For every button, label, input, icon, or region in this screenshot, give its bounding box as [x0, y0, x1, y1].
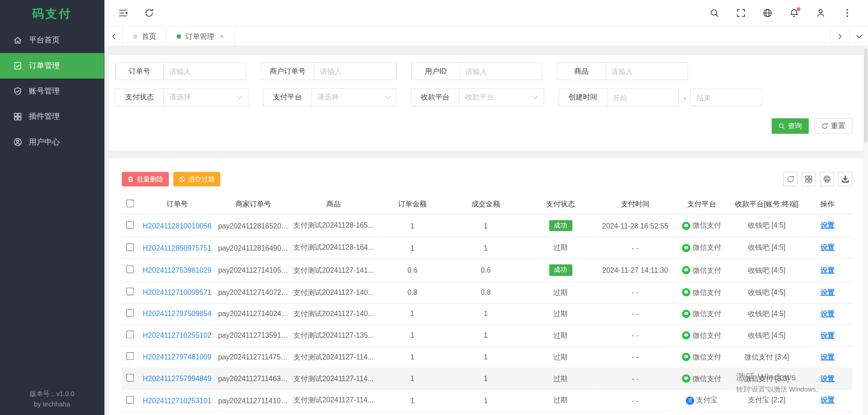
wechat-pay-icon	[682, 222, 690, 230]
sidebar-item-home[interactable]: 平台首页	[0, 28, 104, 53]
settings-link[interactable]: 设置	[821, 353, 835, 361]
language-globe-icon[interactable]	[762, 8, 773, 19]
user-profile-icon[interactable]	[815, 8, 826, 19]
pay-platform-select[interactable]: 请选择	[311, 89, 396, 106]
wechat-pay-icon	[682, 244, 690, 252]
notification-bell-icon[interactable]	[788, 8, 799, 19]
table-row[interactable]: H2024112810010056 pay2024112816520491...…	[122, 214, 852, 237]
tabs-menu-icon[interactable]	[849, 27, 868, 46]
filter-actions: 查询 重置	[115, 118, 853, 134]
notification-dot	[797, 7, 801, 11]
row-checkbox[interactable]	[126, 309, 134, 317]
settings-link[interactable]: 设置	[821, 374, 835, 382]
row-checkbox[interactable]	[126, 374, 134, 382]
fullscreen-icon[interactable]	[735, 8, 746, 19]
order-no-link[interactable]: H2024112710099571	[143, 288, 212, 296]
date-start-input[interactable]	[607, 89, 679, 106]
receive-platform-select[interactable]: 收款平台	[459, 89, 544, 106]
table-row[interactable]: H2024112710253101 pay202411271141009023 …	[122, 389, 852, 411]
refresh-page-icon[interactable]	[143, 8, 154, 19]
table-row[interactable]: H2024112797481009 pay202411271147533581 …	[122, 346, 852, 368]
order-no-link[interactable]: H2024112797509854	[143, 310, 212, 318]
order-no-input[interactable]	[163, 62, 246, 80]
order-amount: 1	[377, 237, 448, 259]
collapse-sidebar-icon[interactable]	[118, 8, 128, 19]
platform-cell: 支 微信支付	[682, 287, 722, 297]
table-row[interactable]: H2024112710099571 pay2024112714072058...…	[122, 282, 852, 303]
table-columns-icon[interactable]	[802, 172, 816, 187]
table-toolbar-left: 批量删除 清空过期	[122, 172, 220, 187]
row-checkbox[interactable]	[126, 221, 134, 228]
table-row[interactable]: H2024112753981029 pay2024112714105583...…	[122, 259, 852, 282]
merchant-order-no: pay2024112714072058...	[216, 282, 291, 303]
filter-pay-platform: 支付平台 请选择	[263, 89, 396, 106]
user-id-input[interactable]	[459, 62, 542, 80]
pay-status-select[interactable]: 请选择	[163, 89, 249, 106]
merchant-order-no-input[interactable]	[314, 62, 397, 80]
search-button[interactable]: 查询	[772, 118, 809, 134]
paid-amount: 1	[448, 325, 523, 346]
sidebar-item-plugins[interactable]: 插件管理	[0, 104, 104, 129]
tab-home[interactable]: 首页	[123, 27, 167, 46]
order-no-link[interactable]: H2024112757994849	[143, 374, 212, 382]
sidebar-item-user-center[interactable]: 用户中心	[0, 130, 104, 155]
order-no-link[interactable]: H2024112710253101	[143, 396, 212, 404]
pay-time: - -	[598, 303, 672, 325]
tabs-scroll-left-icon[interactable]	[104, 27, 123, 46]
filter-card: 订单号 商户订单号 用户ID 商品	[108, 55, 863, 150]
settings-link[interactable]: 设置	[821, 331, 835, 339]
row-checkbox[interactable]	[126, 352, 134, 360]
table-row[interactable]: H2024112710255102 pay2024112713591817...…	[122, 325, 852, 346]
platform-cell: 支 微信支付	[682, 243, 722, 253]
settings-link[interactable]: 设置	[821, 288, 835, 296]
table-refresh-icon[interactable]	[783, 172, 798, 187]
order-no-link[interactable]: H2024112753981029	[143, 266, 212, 274]
table-print-icon[interactable]	[820, 172, 834, 187]
tabs-scroll-right-icon[interactable]	[830, 27, 849, 46]
search-button-label: 查询	[788, 121, 802, 131]
reset-button[interactable]: 重置	[814, 118, 852, 134]
table-row[interactable]: H2024112797509854 pay2024112714024850...…	[122, 303, 852, 325]
settings-link[interactable]: 设置	[821, 309, 835, 317]
scrollbar-thumb[interactable]	[864, 49, 867, 143]
sidebar-item-label: 账号管理	[29, 86, 60, 96]
cell-order-no: H2024112753981029	[138, 259, 216, 282]
tab-close-icon[interactable]: ×	[220, 32, 224, 40]
batch-delete-button[interactable]: 批量删除	[122, 172, 169, 187]
order-no-link[interactable]: H2024112797481009	[143, 353, 212, 361]
more-menu-icon[interactable]	[841, 8, 852, 19]
platform-name: 微信支付	[693, 287, 722, 297]
clear-expired-button[interactable]: 清空过期	[173, 172, 220, 187]
cell-select	[122, 237, 138, 259]
table-export-icon[interactable]	[838, 172, 853, 187]
order-amount: 0.6	[377, 259, 448, 282]
version-author: by techhaha	[0, 399, 104, 410]
row-checkbox[interactable]	[126, 266, 134, 273]
col-select	[122, 194, 138, 214]
date-end-input[interactable]	[690, 89, 762, 106]
search-icon[interactable]	[708, 8, 719, 19]
settings-link[interactable]: 设置	[821, 396, 835, 404]
order-no-link[interactable]: H2024112810010056	[143, 222, 212, 230]
select-all-checkbox[interactable]	[126, 199, 134, 207]
filter-row-2: 支付状态 请选择 支付平台 请选择 收款平台	[115, 89, 853, 106]
merchant-order-no: pay202411271141009023	[216, 389, 291, 411]
table-row[interactable]: H2024112757994849 pay202411271146303259 …	[122, 368, 852, 390]
order-no-link[interactable]: H2024112850975751	[143, 244, 212, 252]
sidebar-item-orders[interactable]: 订单管理	[0, 53, 104, 79]
order-no-link[interactable]: H2024112710255102	[143, 331, 212, 340]
row-checkbox[interactable]	[126, 288, 134, 295]
product-input[interactable]	[605, 62, 688, 80]
row-checkbox[interactable]	[126, 396, 134, 403]
table-row[interactable]: H2024112850975751 pay2024112816490225...…	[122, 237, 852, 259]
row-checkbox[interactable]	[126, 331, 134, 339]
settings-link[interactable]: 设置	[821, 221, 835, 229]
cell-platform: 支 微信支付	[673, 346, 731, 368]
version-info: 版本号：v1.0.0 by techhaha	[0, 388, 104, 410]
row-checkbox[interactable]	[126, 243, 134, 251]
settings-link[interactable]: 设置	[821, 266, 835, 274]
settings-link[interactable]: 设置	[821, 243, 835, 252]
sidebar-item-accounts[interactable]: 账号管理	[0, 79, 104, 104]
tab-orders[interactable]: 订单管理 ×	[167, 27, 235, 46]
cell-platform: 支 微信支付	[673, 259, 731, 282]
